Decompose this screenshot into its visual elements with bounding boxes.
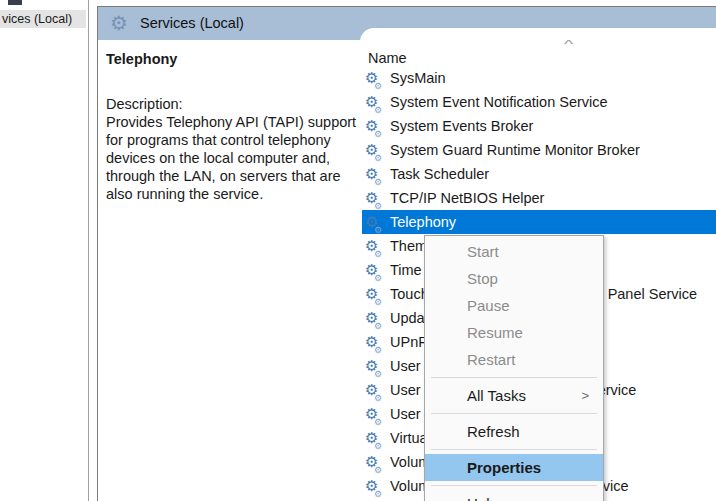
service-name-label: TCP/IP NetBIOS Helper	[390, 190, 544, 206]
menu-item-label: Refresh	[467, 423, 520, 440]
context-menu-item[interactable]: >	[431, 449, 597, 450]
service-gear-icon: ⚙ ⚙	[365, 140, 385, 160]
service-context-menu: Start > Stop > Pause > Resume > Restart …	[424, 235, 604, 501]
menu-item-label: Help	[467, 495, 498, 501]
context-menu-item[interactable]: Stop >	[425, 265, 603, 292]
service-gear-icon: ⚙ ⚙	[365, 188, 385, 208]
service-gear-icon: ⚙ ⚙	[365, 116, 385, 136]
menu-item-label: Start	[467, 243, 499, 260]
column-header-label: Name	[368, 50, 407, 66]
service-row[interactable]: ⚙ ⚙ System Guard Runtime Monitor Broker	[362, 138, 716, 162]
context-menu-item[interactable]: Restart >	[425, 346, 603, 373]
submenu-arrow-icon: >	[581, 382, 589, 409]
service-gear-icon: ⚙ ⚙	[365, 236, 385, 256]
service-gear-icon: ⚙ ⚙	[365, 404, 385, 424]
services-main-panel: ⚙ Services (Local) Telephony Description…	[97, 6, 716, 501]
services-window: vices (Local) ⚙ Services (Local) Telepho…	[0, 0, 716, 501]
name-column-header[interactable]: ^ Name	[368, 48, 708, 68]
service-gear-icon: ⚙ ⚙	[365, 356, 385, 376]
context-menu-item[interactable]: >	[431, 485, 597, 486]
context-menu-item[interactable]: Refresh >	[425, 418, 603, 445]
tree-item-services-local[interactable]: vices (Local)	[0, 10, 86, 28]
menu-item-label: Properties	[467, 459, 541, 476]
service-name-label: Task Scheduler	[390, 166, 489, 182]
service-gear-icon: ⚙ ⚙	[365, 428, 385, 448]
services-gear-icon: ⚙	[110, 10, 128, 36]
service-name-label: SysMain	[390, 70, 446, 86]
service-row[interactable]: ⚙ ⚙ TCP/IP NetBIOS Helper	[362, 186, 716, 210]
context-menu-item[interactable]: >	[431, 377, 597, 378]
context-menu-item[interactable]: Resume >	[425, 319, 603, 346]
service-gear-icon: ⚙ ⚙	[365, 92, 385, 112]
menu-item-label: Stop	[467, 270, 498, 287]
service-row[interactable]: ⚙ ⚙ System Event Notification Service	[362, 90, 716, 114]
console-tree-panel: vices (Local)	[0, 0, 89, 501]
service-gear-icon: ⚙ ⚙	[365, 476, 385, 496]
service-gear-icon: ⚙ ⚙	[365, 452, 385, 472]
menu-item-label: Pause	[467, 297, 510, 314]
sort-ascending-icon: ^	[564, 38, 573, 50]
service-gear-icon: ⚙ ⚙	[365, 212, 385, 232]
service-gear-icon: ⚙ ⚙	[365, 164, 385, 184]
service-name-label: Telephony	[390, 214, 456, 230]
context-menu-item[interactable]: Pause >	[425, 292, 603, 319]
service-row[interactable]: ⚙ ⚙ Task Scheduler	[362, 162, 716, 186]
service-gear-icon: ⚙ ⚙	[365, 308, 385, 328]
selected-service-name: Telephony	[106, 51, 358, 67]
toolbar-icon-fragment	[8, 0, 22, 5]
service-row[interactable]: ⚙ ⚙ SysMain	[362, 66, 716, 90]
menu-item-label: Restart	[467, 351, 515, 368]
context-menu-item[interactable]: Start >	[425, 238, 603, 265]
service-gear-icon: ⚙ ⚙	[365, 260, 385, 280]
context-menu-item[interactable]: All Tasks >	[425, 382, 603, 409]
menu-item-label: Resume	[467, 324, 523, 341]
context-menu-item[interactable]: Help >	[425, 490, 603, 501]
service-name-label: System Events Broker	[390, 118, 533, 134]
panel-title: Services (Local)	[140, 7, 244, 40]
context-menu-item[interactable]: Properties >	[425, 454, 603, 481]
service-name-label: System Guard Runtime Monitor Broker	[390, 142, 640, 158]
service-gear-icon: ⚙ ⚙	[365, 380, 385, 400]
service-row[interactable]: ⚙ ⚙ Telephony	[362, 210, 716, 234]
service-row[interactable]: ⚙ ⚙ System Events Broker	[362, 114, 716, 138]
service-gear-icon: ⚙ ⚙	[365, 68, 385, 88]
service-name-label: System Event Notification Service	[390, 94, 608, 110]
service-rows: ⚙ ⚙ SysMain ⚙ ⚙ System Event Notificatio…	[98, 66, 716, 498]
service-gear-icon: ⚙ ⚙	[365, 284, 385, 304]
service-gear-icon: ⚙ ⚙	[365, 332, 385, 352]
tree-item-label: vices (Local)	[0, 12, 72, 26]
context-menu-item[interactable]: >	[431, 413, 597, 414]
menu-item-label: All Tasks	[467, 387, 526, 404]
